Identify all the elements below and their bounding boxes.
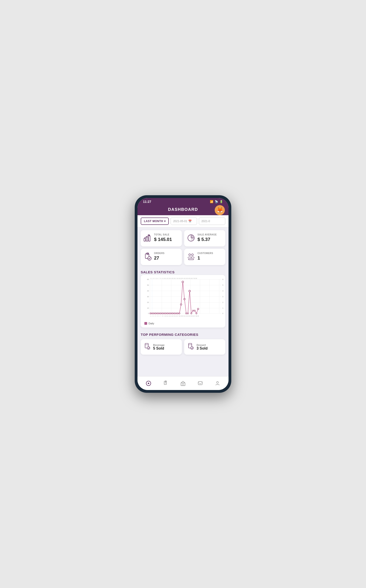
svg-point-81 [170,313,172,314]
chevron-down-icon: ▾ [164,220,166,223]
status-icons: 📶 📡 🔋 [210,200,223,203]
beverage-sold: 5 Sold [153,346,165,351]
total-sale-icon [144,234,152,243]
sale-average-value: $ 5.37 [198,237,217,242]
svg-text:2: 2 [152,278,152,279]
battery-icon: 🔋 [220,200,223,203]
svg-text:50: 50 [147,284,149,286]
svg-rect-2 [149,236,150,241]
wifi-icon: 📶 [210,200,213,203]
svg-text:20: 20 [182,315,183,317]
svg-point-80 [168,313,170,314]
dessert-card: Dessert 3 Sold [184,339,225,355]
legend-dot [144,322,147,325]
date-start-button[interactable]: 2021-05-01 📅 [171,218,197,225]
top-categories-title: TOP PERFORMING CATEGORIES [137,330,229,338]
date-end-value: 2021-0 [201,220,210,223]
svg-point-130 [191,347,193,349]
svg-rect-137 [181,383,185,386]
nav-orders[interactable] [161,379,171,388]
svg-text:3: 3 [153,278,154,279]
period-filter-button[interactable]: LAST MONTH ▾ [141,218,169,225]
categories-grid: Beverage 5 Sold Dessert [137,338,229,357]
svg-text:25: 25 [189,278,190,279]
svg-text:24: 24 [187,278,189,279]
chart-svg-wrap: 0 10 20 30 40 50 60 0 10 20 30 40 50 60 [143,277,223,321]
svg-point-83 [174,313,175,314]
svg-text:11: 11 [167,315,168,317]
svg-text:20: 20 [222,301,223,303]
svg-text:27: 27 [194,315,195,317]
filter-bar: LAST MONTH ▾ 2021-05-01 📅 2021-0 [137,215,229,227]
sale-average-card: SALE AVERAGE $ 5.37 [184,230,225,246]
svg-text:21: 21 [182,278,183,279]
orders-value: 27 [154,255,165,261]
svg-rect-0 [144,238,145,241]
status-bar: 11:27 📶 📡 🔋 [137,198,229,205]
nav-profile[interactable] [213,379,222,388]
svg-text:14: 14 [170,278,172,279]
svg-point-72 [155,313,156,314]
nav-store[interactable] [178,379,188,388]
svg-text:16: 16 [174,278,175,279]
svg-point-96 [196,313,197,314]
svg-text:7: 7 [159,278,160,279]
svg-text:50: 50 [222,284,223,286]
svg-point-75 [160,313,161,314]
signal-icon: 📡 [215,200,218,203]
svg-text:14: 14 [172,315,173,317]
svg-text:2: 2 [152,315,152,317]
svg-text:13: 13 [168,278,170,279]
svg-text:20: 20 [181,278,182,279]
svg-text:16: 16 [175,315,177,317]
svg-text:10: 10 [222,307,223,309]
svg-text:24: 24 [189,315,190,317]
svg-point-79 [167,313,168,314]
svg-point-90 [185,313,187,314]
svg-rect-1 [146,237,148,241]
svg-text:30: 30 [147,296,149,298]
svg-text:0: 0 [222,312,223,315]
svg-text:27: 27 [192,278,194,279]
svg-text:20: 20 [147,301,149,303]
total-sale-card: TOTAL SALE $ 145.01 [141,230,182,246]
svg-text:17: 17 [175,278,177,279]
avatar[interactable]: 🦊 [215,205,225,215]
date-end-button[interactable]: 2021-0 [199,218,225,225]
svg-text:11: 11 [165,278,167,279]
phone-frame: 11:27 📶 📡 🔋 DASHBOARD 🦊 LAST MONTH ▾ 202… [135,195,231,393]
chart-point [150,313,151,314]
svg-text:6: 6 [159,315,159,317]
svg-text:23: 23 [185,278,187,279]
svg-text:26: 26 [192,315,194,317]
legend-label: Daily [149,322,154,325]
beverage-icon [144,342,151,352]
svg-text:40: 40 [147,290,149,292]
sales-stats-title: SALES STATISTICS [137,268,229,275]
svg-text:26: 26 [191,278,192,279]
svg-point-77 [163,313,165,314]
beverage-name: Beverage [153,344,165,346]
svg-point-82 [172,313,173,314]
nav-dashboard[interactable] [144,379,153,388]
page-title: DASHBOARD [168,207,198,212]
svg-rect-7 [147,253,149,254]
svg-point-89 [184,298,185,300]
chart-line [150,282,198,313]
nav-messages[interactable] [195,379,205,388]
svg-point-128 [147,347,150,349]
orders-label: ORDERS [154,252,165,255]
calendar-icon: 📅 [188,220,192,223]
customers-label: CUSTOMERS [198,252,213,255]
svg-rect-138 [182,384,184,386]
sale-average-icon [187,234,195,243]
svg-text:9: 9 [164,315,164,317]
orders-icon [144,252,152,262]
svg-text:12: 12 [168,315,170,317]
svg-text:30: 30 [222,296,223,298]
svg-point-88 [182,281,183,283]
beverage-card: Beverage 5 Sold [141,339,182,355]
svg-text:10: 10 [163,278,165,279]
svg-text:60: 60 [147,278,149,280]
customers-icon [187,252,195,262]
